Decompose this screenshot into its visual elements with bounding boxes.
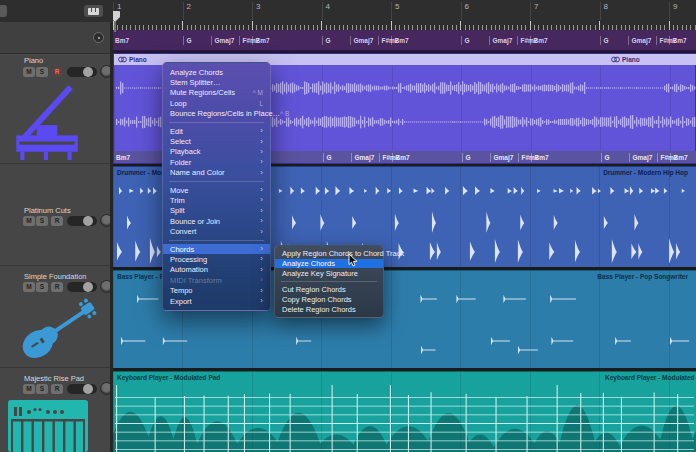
track-divider bbox=[0, 265, 110, 266]
chord-label-bm7: Bm7 bbox=[670, 151, 688, 163]
menu-item-mute-regions-cells[interactable]: Mute Regions/Cells ^ M bbox=[163, 88, 270, 98]
menu-item-cut-region-chords[interactable]: Cut Region Chords bbox=[275, 285, 383, 295]
chord-label-g: G bbox=[183, 30, 192, 50]
submenu-arrow-icon: › bbox=[260, 196, 263, 204]
menu-separator bbox=[169, 240, 264, 241]
menu-item-label: Processing bbox=[170, 255, 207, 264]
musical-keyboard-button[interactable] bbox=[84, 5, 103, 17]
musical-keyboard-icon bbox=[88, 8, 99, 15]
bar-number: 5 bbox=[391, 2, 399, 20]
menu-item-playback[interactable]: Playback › bbox=[163, 147, 270, 157]
menu-item-shortcut: L bbox=[259, 100, 263, 107]
chord-label-bm7: Bm7 bbox=[391, 30, 409, 50]
menu-item-label: Automation bbox=[170, 265, 208, 274]
menu-item-edit[interactable]: Edit › bbox=[163, 126, 270, 136]
menu-item-select[interactable]: Select › bbox=[163, 136, 270, 146]
chord-label-gmaj7: Gmaj7 bbox=[211, 30, 234, 50]
bar-number: 8 bbox=[600, 2, 608, 20]
chord-label-bm7: Bm7 bbox=[115, 30, 129, 50]
menu-item-name-and-color[interactable]: Name and Color › bbox=[163, 168, 270, 178]
menu-item-label: Cut Region Chords bbox=[282, 285, 346, 294]
submenu-arrow-icon: › bbox=[260, 207, 263, 215]
chord-label-bm7: Bm7 bbox=[669, 30, 687, 50]
solo-button[interactable]: S bbox=[36, 282, 48, 292]
menu-item-move[interactable]: Move › bbox=[163, 185, 270, 195]
menu-item-label: Chords bbox=[170, 245, 194, 254]
chord-track[interactable]: Bm7GGmaj7F#m7Bm7GGmaj7F#m7Bm7GGmaj7F#m7B… bbox=[113, 30, 696, 52]
menu-item-bounce-regions-cells-in-place[interactable]: Bounce Regions/Cells in Place… ^ B bbox=[163, 109, 270, 119]
menu-item-export[interactable]: Export › bbox=[163, 296, 270, 306]
menu-item-automation[interactable]: Automation › bbox=[163, 265, 270, 275]
menu-item-tempo[interactable]: Tempo › bbox=[163, 285, 270, 295]
mute-button[interactable]: M bbox=[23, 282, 35, 292]
menu-item-copy-region-chords[interactable]: Copy Region Chords bbox=[275, 295, 383, 305]
menu-item-bounce-or-join[interactable]: Bounce or Join › bbox=[163, 216, 270, 226]
volume-slider[interactable] bbox=[67, 282, 97, 292]
chord-label-g: G bbox=[462, 151, 471, 163]
solo-button[interactable]: S bbox=[36, 67, 48, 77]
volume-slider[interactable] bbox=[67, 67, 97, 77]
submenu-arrow-icon: › bbox=[260, 276, 263, 284]
stereo-circles-icon bbox=[611, 56, 620, 63]
menu-item-delete-region-chords[interactable]: Delete Region Chords bbox=[275, 304, 383, 314]
chord-label-gmaj7: Gmaj7 bbox=[629, 151, 652, 163]
menu-item-chords[interactable]: Chords › bbox=[163, 244, 270, 254]
menu-item-label: MIDI Transform bbox=[170, 276, 222, 285]
volume-knob[interactable] bbox=[83, 282, 93, 292]
global-tracks-disclosure-button[interactable] bbox=[93, 32, 104, 43]
menu-item-split[interactable]: Split › bbox=[163, 206, 270, 216]
region-name: Piano bbox=[129, 56, 147, 63]
menu-item-stem-splitter[interactable]: Stem Splitter… bbox=[163, 77, 270, 87]
mute-button[interactable]: M bbox=[23, 67, 35, 77]
mute-button[interactable]: M bbox=[23, 216, 35, 226]
menu-item-convert[interactable]: Convert › bbox=[163, 226, 270, 236]
submenu-arrow-icon: › bbox=[260, 186, 263, 194]
menu-item-label: Analyze Chords bbox=[282, 259, 335, 268]
chord-label-bm7: Bm7 bbox=[530, 30, 548, 50]
menu-item-label: Bounce or Join bbox=[170, 217, 220, 226]
track-header-panel: Piano M S R Platinum Cuts M S R bbox=[0, 22, 113, 452]
track-divider bbox=[0, 367, 110, 368]
volume-knob[interactable] bbox=[83, 67, 93, 77]
record-enable-button[interactable]: R bbox=[51, 67, 63, 77]
menu-item-analyze-chords[interactable]: Analyze Chords bbox=[163, 67, 270, 77]
playhead-marker[interactable] bbox=[113, 10, 121, 32]
menu-item-label: Convert bbox=[170, 227, 196, 236]
menu-separator bbox=[169, 122, 264, 123]
solo-button[interactable]: S bbox=[36, 216, 48, 226]
stereo-circles-icon bbox=[118, 56, 127, 63]
record-enable-button[interactable]: R bbox=[51, 384, 63, 394]
submenu-arrow-icon: › bbox=[260, 266, 263, 274]
menu-item-label: Split bbox=[170, 206, 185, 215]
volume-knob[interactable] bbox=[83, 384, 93, 394]
synth-keyboard-icon bbox=[8, 400, 90, 452]
track-name: Platinum Cuts bbox=[24, 206, 71, 215]
chord-label-gmaj7: Gmaj7 bbox=[628, 30, 651, 50]
submenu-arrow-icon: › bbox=[260, 287, 263, 295]
region-keyboard[interactable]: Keyboard Player - Modulated Pad Keyboard… bbox=[113, 371, 696, 452]
volume-knob[interactable] bbox=[83, 216, 93, 226]
menu-item-analyze-key-signature[interactable]: Analyze Key Signature bbox=[275, 268, 383, 278]
volume-slider[interactable] bbox=[67, 384, 97, 394]
submenu-arrow-icon: › bbox=[260, 158, 263, 166]
menu-item-label: Tempo bbox=[170, 286, 193, 295]
chord-label-bm7: Bm7 bbox=[531, 151, 549, 163]
track-name: Majestic Rise Pad bbox=[24, 374, 84, 383]
menu-item-label: Export bbox=[170, 297, 192, 306]
menu-item-loop[interactable]: Loop L bbox=[163, 98, 270, 108]
chords-submenu: Apply Region Chords to Chord Track Analy… bbox=[274, 245, 384, 318]
menu-item-analyze-chords[interactable]: Analyze Chords bbox=[275, 259, 383, 269]
menu-item-processing[interactable]: Processing › bbox=[163, 254, 270, 264]
chord-label-g: G bbox=[322, 30, 331, 50]
menu-item-apply-region-chords-to-chord-track[interactable]: Apply Region Chords to Chord Track bbox=[275, 249, 383, 259]
volume-slider[interactable] bbox=[67, 216, 97, 226]
menu-item-trim[interactable]: Trim › bbox=[163, 195, 270, 205]
menu-item-midi-transform[interactable]: MIDI Transform › bbox=[163, 275, 270, 285]
solo-button[interactable]: S bbox=[36, 384, 48, 394]
menu-item-label: Loop bbox=[170, 99, 187, 108]
toolbar-partial-button[interactable] bbox=[0, 5, 7, 17]
record-enable-button[interactable]: R bbox=[51, 282, 63, 292]
mute-button[interactable]: M bbox=[23, 384, 35, 394]
record-enable-button[interactable]: R bbox=[51, 216, 63, 226]
menu-item-folder[interactable]: Folder › bbox=[163, 157, 270, 167]
